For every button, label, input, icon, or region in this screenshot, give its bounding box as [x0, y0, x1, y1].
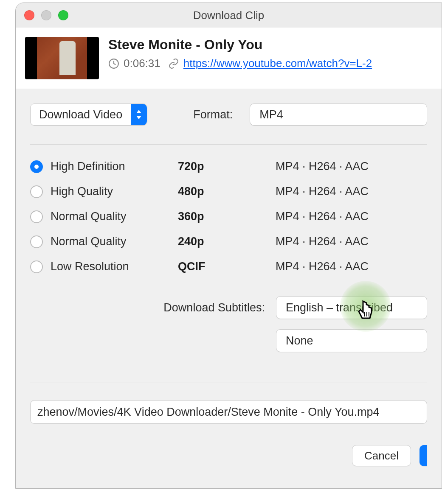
radio-button[interactable] [30, 260, 43, 273]
save-path-row [30, 383, 427, 424]
radio-button[interactable] [30, 185, 43, 198]
subtitles-select[interactable]: English – transcribed [276, 296, 427, 319]
content-area: Download Video Format: MP4 High Definiti… [16, 89, 442, 466]
window-title: Download Clip [16, 9, 442, 22]
download-clip-window: Download Clip Steve Monite - Only You 0:… [15, 3, 442, 489]
minimize-window-button[interactable] [41, 10, 51, 20]
window-controls [24, 10, 68, 20]
titlebar: Download Clip [16, 3, 442, 28]
quality-option-480p[interactable]: High Quality 480p MP4 · H264 · AAC [30, 179, 427, 204]
video-meta: Steve Monite - Only You 0:06:31 https://… [108, 37, 431, 70]
updown-arrows-icon [131, 104, 147, 125]
action-select[interactable]: Download Video [30, 104, 147, 126]
radio-button[interactable] [30, 210, 43, 223]
format-select[interactable]: MP4 [250, 104, 427, 126]
video-duration: 0:06:31 [124, 57, 160, 70]
quality-option-240p[interactable]: Normal Quality 240p MP4 · H264 · AAC [30, 229, 427, 254]
action-select-label: Download Video [31, 104, 131, 125]
video-title: Steve Monite - Only You [108, 37, 431, 53]
subtitles-secondary-select[interactable]: None [276, 329, 427, 352]
subtitles-value: English – transcribed [286, 301, 393, 314]
subtitles-secondary-value: None [286, 334, 313, 347]
zoom-window-button[interactable] [58, 10, 68, 20]
clock-icon [108, 58, 119, 69]
subtitles-label: Download Subtitles: [163, 301, 265, 314]
quality-option-qcif[interactable]: Low Resolution QCIF MP4 · H264 · AAC [30, 254, 427, 279]
subtitles-row: Download Subtitles: English – transcribe… [30, 296, 427, 319]
radio-button[interactable] [30, 235, 43, 248]
format-value: MP4 [259, 108, 283, 121]
video-url-link[interactable]: https://www.youtube.com/watch?v=L-2 [183, 57, 372, 70]
radio-button[interactable] [30, 160, 43, 173]
quality-option-720p[interactable]: High Definition 720p MP4 · H264 · AAC [30, 154, 427, 179]
link-icon [168, 58, 179, 69]
video-thumbnail [25, 37, 99, 79]
save-path-input[interactable] [30, 400, 427, 424]
divider [30, 144, 427, 145]
cancel-button[interactable]: Cancel [352, 445, 411, 466]
video-header: Steve Monite - Only You 0:06:31 https://… [16, 28, 442, 89]
download-button[interactable] [419, 445, 427, 466]
close-window-button[interactable] [24, 10, 34, 20]
dialog-footer: Cancel [30, 424, 427, 466]
format-label: Format: [193, 108, 233, 121]
quality-option-360p[interactable]: Normal Quality 360p MP4 · H264 · AAC [30, 204, 427, 229]
quality-list: High Definition 720p MP4 · H264 · AAC Hi… [30, 154, 427, 279]
